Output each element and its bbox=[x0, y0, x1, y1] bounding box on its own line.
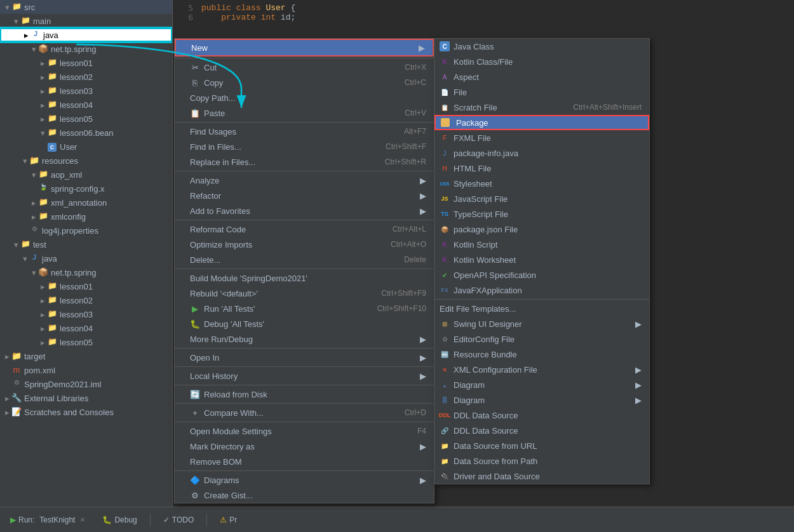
tree-item-java[interactable]: ▸ J java bbox=[0, 28, 172, 42]
submenu-item-package[interactable]: Package bbox=[434, 115, 649, 130]
menu-item-copy-path[interactable]: Copy Path... bbox=[175, 90, 434, 105]
submenu-item-data-source[interactable]: 🗄 Diagram ▶ bbox=[434, 392, 649, 408]
submenu-item-java-class[interactable]: C Java Class bbox=[434, 39, 649, 54]
menu-item-create-gist[interactable]: ⚙ Create Gist... bbox=[175, 488, 434, 503]
menu-item-module-settings[interactable]: Open Module Settings F4 bbox=[175, 423, 434, 439]
menu-item-build[interactable]: Build Module 'SpringDemo2021' bbox=[175, 270, 434, 286]
tree-item-ext-libs[interactable]: ▸ 🔧 External Libraries bbox=[0, 391, 172, 405]
menu-item-open-in[interactable]: Open In ▶ bbox=[175, 350, 434, 365]
submenu-item-kotlin-ws[interactable]: K Kotlin Worksheet bbox=[434, 252, 649, 267]
replace-shortcut: Ctrl+Shift+R bbox=[385, 157, 426, 166]
menu-item-rebuild[interactable]: Rebuild '<default>' Ctrl+Shift+F9 bbox=[175, 286, 434, 301]
submenu-item-file[interactable]: 📄 File bbox=[434, 84, 649, 100]
menu-item-mark-dir[interactable]: Mark Directory as ▶ bbox=[175, 439, 434, 454]
submenu-item-driver-ds[interactable]: 🔌 Driver and Data Source bbox=[434, 469, 649, 484]
bottom-tab-run[interactable]: ▶ Run: TestKnight × bbox=[5, 513, 90, 527]
submenu-item-edit-templates[interactable]: Edit File Templates... bbox=[434, 301, 649, 316]
submenu-item-ts[interactable]: TS TypeScript File bbox=[434, 206, 649, 222]
menu-item-find-files[interactable]: Find in Files... Ctrl+Shift+F bbox=[175, 139, 434, 154]
submenu-item-js[interactable]: JS JavaScript File bbox=[434, 191, 649, 206]
submenu-item-editorconfig[interactable]: ⚙ EditorConfig File bbox=[434, 331, 649, 347]
tree-item-target[interactable]: ▸ 📁 target bbox=[0, 349, 172, 363]
kotlin-script-icon: K bbox=[440, 239, 450, 249]
tree-item-lesson01[interactable]: ▸ 📁 lesson01 bbox=[0, 56, 172, 70]
menu-item-new[interactable]: New ▶ bbox=[175, 39, 434, 57]
submenu-item-ddl[interactable]: DDL DDL Data Source bbox=[434, 408, 649, 423]
tree-item-scratches[interactable]: ▸ 📝 Scratches and Consoles bbox=[0, 405, 172, 419]
menu-item-reformat[interactable]: Reformat Code Ctrl+Alt+L bbox=[175, 222, 434, 237]
menu-item-add-favorites[interactable]: Add to Favorites ▶ bbox=[175, 203, 434, 218]
submenu-item-javafx[interactable]: FX JavaFXApplication bbox=[434, 283, 649, 298]
tree-item-net-tp[interactable]: ▾ 📦 net.tp.spring bbox=[0, 42, 172, 56]
tree-item-lesson05b[interactable]: ▸ 📁 lesson05 bbox=[0, 335, 172, 349]
menu-label-replace: Replace in Files... bbox=[190, 157, 385, 167]
menu-item-more-run[interactable]: More Run/Debug ▶ bbox=[175, 331, 434, 347]
tree-item-lesson04b[interactable]: ▸ 📁 lesson04 bbox=[0, 321, 172, 335]
submenu-item-openapi[interactable]: ✔ OpenAPI Specification bbox=[434, 267, 649, 283]
submenu-label-edit-templates: Edit File Templates... bbox=[440, 304, 516, 314]
submenu-item-html[interactable]: H HTML File bbox=[434, 161, 649, 176]
tree-item-lesson04[interactable]: ▸ 📁 lesson04 bbox=[0, 98, 172, 112]
tree-item-lesson02[interactable]: ▸ 📁 lesson02 bbox=[0, 70, 172, 84]
menu-item-compare[interactable]: + Compare With... Ctrl+D bbox=[175, 405, 434, 420]
tree-item-lesson01b[interactable]: ▸ 📁 lesson01 bbox=[0, 279, 172, 293]
submenu-item-kotlin-class[interactable]: K Kotlin Class/File bbox=[434, 54, 649, 69]
submenu-item-diagram[interactable]: ⟁ Diagram ▶ bbox=[434, 377, 649, 392]
tree-item-xml-annotation[interactable]: ▸ 📁 xml_annotation bbox=[0, 196, 172, 209]
tree-item-aop-xml[interactable]: ▾ 📁 aop_xml bbox=[0, 168, 172, 182]
tree-item-resources[interactable]: ▾ 📁 resources bbox=[0, 154, 172, 168]
xml-icon-pom: m bbox=[11, 365, 22, 375]
submenu-item-xml-config[interactable]: ✕ XML Configuration File ▶ bbox=[434, 362, 649, 377]
menu-item-paste[interactable]: 📋 Paste Ctrl+V bbox=[175, 105, 434, 121]
menu-item-optimize[interactable]: Optimize Imports Ctrl+Alt+O bbox=[175, 237, 434, 252]
menu-item-delete[interactable]: Delete... Delete bbox=[175, 252, 434, 267]
tree-item-test[interactable]: ▾ 📁 test bbox=[0, 237, 172, 251]
menu-item-analyze[interactable]: Analyze ▶ bbox=[175, 173, 434, 188]
menu-label-copy: Copy bbox=[204, 78, 405, 88]
submenu-item-kotlin-script[interactable]: K Kotlin Script bbox=[434, 237, 649, 252]
menu-item-run-all[interactable]: ▶ Run 'All Tests' Ctrl+Shift+F10 bbox=[175, 301, 434, 316]
menu-item-debug-all[interactable]: 🐛 Debug 'All Tests' bbox=[175, 316, 434, 331]
tree-item-log4j[interactable]: ⚙ log4j.properties bbox=[0, 223, 172, 237]
tree-item-lesson02b[interactable]: ▸ 📁 lesson02 bbox=[0, 293, 172, 307]
menu-item-replace[interactable]: Replace in Files... Ctrl+Shift+R bbox=[175, 154, 434, 170]
submenu-item-pkg-json[interactable]: 📦 package.json File bbox=[434, 222, 649, 237]
folder-icon-main: 📁 bbox=[20, 16, 30, 26]
menu-item-local-history[interactable]: Local History ▶ bbox=[175, 368, 434, 383]
submenu-item-aspect[interactable]: A Aspect bbox=[434, 69, 649, 84]
bottom-tab-todo[interactable]: ✓ TODO bbox=[158, 513, 199, 527]
tree-item-xmlconfig[interactable]: ▸ 📁 xmlconfig bbox=[0, 209, 172, 223]
tree-item-lesson05[interactable]: ▸ 📁 lesson05 bbox=[0, 112, 172, 126]
submenu-item-fxml[interactable]: F FXML File bbox=[434, 130, 649, 145]
bottom-tab-problems[interactable]: ⚠ Pr bbox=[215, 513, 242, 527]
run-tab-close[interactable]: × bbox=[80, 515, 84, 524]
menu-item-remove-bom[interactable]: Remove BOM bbox=[175, 454, 434, 469]
bottom-tab-debug[interactable]: 🐛 Debug bbox=[97, 513, 142, 527]
menu-item-find-usages[interactable]: Find Usages Alt+F7 bbox=[175, 124, 434, 139]
tree-item-java2[interactable]: ▾ J java bbox=[0, 251, 172, 265]
tree-item-spring-config[interactable]: 🍃 spring-config.x bbox=[0, 182, 172, 196]
submenu-item-resource-bundle[interactable]: 🔤 Resource Bundle bbox=[434, 347, 649, 362]
submenu-item-scratch[interactable]: 📋 Scratch File Ctrl+Alt+Shift+Insert bbox=[434, 100, 649, 115]
tree-item-src[interactable]: ▾ 📁 src bbox=[0, 0, 172, 14]
menu-label-reload: Reload from Disk bbox=[204, 390, 426, 399]
tree-item-user[interactable]: C User bbox=[0, 140, 172, 154]
menu-item-copy[interactable]: ⎘ Copy Ctrl+C bbox=[175, 75, 434, 90]
tree-item-pom[interactable]: m pom.xml bbox=[0, 363, 172, 377]
tree-item-lesson03b[interactable]: ▸ 📁 lesson03 bbox=[0, 307, 172, 321]
tree-item-lesson06[interactable]: ▾ 📁 lesson06.bean bbox=[0, 126, 172, 140]
submenu-item-swing-ui[interactable]: ⊞ Swing UI Designer ▶ bbox=[434, 316, 649, 331]
submenu-item-stylesheet[interactable]: css Stylesheet bbox=[434, 176, 649, 191]
submenu-item-ds-in-path[interactable]: 📁 Data Source from Path bbox=[434, 453, 649, 469]
menu-item-diagrams[interactable]: 🔷 Diagrams ▶ bbox=[175, 472, 434, 488]
tree-item-net-tp2[interactable]: ▾ 📦 net.tp.spring bbox=[0, 265, 172, 279]
menu-item-cut[interactable]: ✂ Cut Ctrl+X bbox=[175, 60, 434, 75]
menu-item-reload[interactable]: 🔄 Reload from Disk bbox=[175, 387, 434, 402]
tree-item-iml[interactable]: ⚙ SpringDemo2021.iml bbox=[0, 377, 172, 391]
submenu-item-ds-url[interactable]: 🔗 DDL Data Source bbox=[434, 423, 649, 438]
tree-item-lesson03[interactable]: ▸ 📁 lesson03 bbox=[0, 84, 172, 98]
menu-item-refactor[interactable]: Refactor ▶ bbox=[175, 188, 434, 203]
submenu-item-pkg-info[interactable]: J package-info.java bbox=[434, 145, 649, 161]
tree-item-main[interactable]: ▾ 📁 main bbox=[0, 14, 172, 28]
submenu-item-ds-path[interactable]: 📁 Data Source from URL bbox=[434, 438, 649, 453]
